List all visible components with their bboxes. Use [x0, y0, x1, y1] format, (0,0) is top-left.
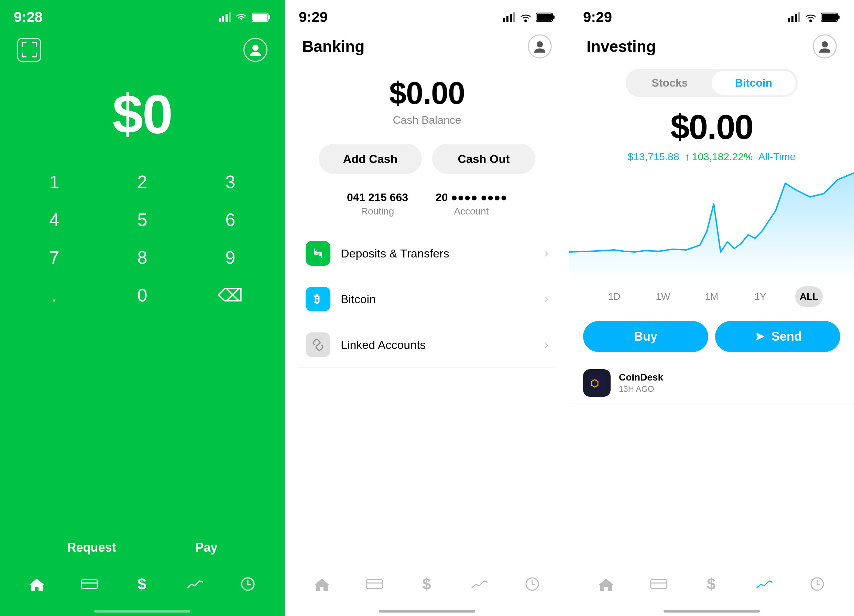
scan-button[interactable] — [17, 38, 41, 62]
routing-item: 041 215 663 Routing — [347, 191, 408, 217]
chart-line-icon-2 — [471, 578, 488, 590]
home-icon-2 — [314, 577, 330, 591]
clock-icon-2 — [525, 577, 539, 591]
buy-button[interactable]: Buy — [583, 321, 708, 352]
pay-button[interactable]: Pay — [195, 540, 217, 555]
svg-rect-3 — [229, 12, 231, 22]
bottom-nav-1: $ — [0, 565, 285, 610]
stat-amount: $13,715.88 — [628, 151, 679, 163]
stocks-tab[interactable]: Stocks — [628, 71, 712, 95]
key-backspace[interactable]: ⌫ — [196, 280, 265, 311]
svg-rect-18 — [537, 14, 552, 21]
panel-banking: 9:29 Banking — [285, 0, 569, 616]
bottom-nav-3: $ — [569, 565, 854, 610]
time-1y[interactable]: 1Y — [747, 286, 774, 307]
avatar-icon-2 — [533, 40, 547, 53]
bitcoin-chart — [569, 169, 854, 279]
scan-corner-tr — [32, 42, 37, 47]
home-icon — [29, 577, 45, 591]
linked-accounts-item[interactable]: Linked Accounts › — [299, 322, 555, 368]
battery-icon-3 — [821, 12, 840, 22]
svg-rect-19 — [553, 15, 555, 19]
nav-home-1[interactable] — [23, 574, 50, 594]
svg-point-7 — [252, 45, 259, 51]
signal-icon — [219, 12, 231, 22]
time-1m[interactable]: 1M — [698, 286, 726, 307]
nav-card-3[interactable] — [645, 574, 673, 594]
invest-balance-num: $0.00 — [569, 107, 854, 147]
status-bar-1: 9:28 — [0, 0, 285, 27]
investing-title: Investing — [587, 37, 656, 56]
arrow-up-icon: ↑ — [685, 151, 690, 163]
nav-activity-2[interactable] — [518, 574, 546, 594]
key-9[interactable]: 9 — [196, 242, 265, 273]
svg-rect-30 — [798, 12, 801, 22]
svg-rect-2 — [226, 14, 227, 22]
nav-dollar-1[interactable]: $ — [128, 574, 156, 594]
nav-home-3[interactable] — [592, 574, 620, 594]
transfer-arrows-icon — [312, 247, 324, 259]
nav-dollar-2[interactable]: $ — [413, 574, 441, 594]
bitcoin-label: Bitcoin — [341, 293, 544, 306]
send-button[interactable]: Send — [715, 321, 840, 352]
key-1[interactable]: 1 — [20, 166, 89, 197]
banking-action-buttons: Add Cash Cash Out — [285, 144, 569, 174]
svg-point-31 — [810, 20, 811, 22]
key-5[interactable]: 5 — [108, 204, 177, 235]
bitcoin-tab[interactable]: Bitcoin — [712, 71, 796, 95]
numpad-row-3: 7 8 9 — [10, 242, 274, 273]
account-number: 20 ●●●● ●●●● — [436, 191, 507, 204]
nav-activity-1[interactable] — [234, 574, 262, 594]
key-6[interactable]: 6 — [196, 204, 265, 235]
nav-investing-3[interactable] — [751, 574, 778, 594]
nav-home-2[interactable] — [308, 574, 336, 594]
percent-value: 103,182.22% — [692, 151, 753, 163]
nav-card-1[interactable] — [76, 574, 103, 594]
news-time-1: 13H AGO — [619, 384, 840, 394]
main-balance: $0 — [113, 82, 172, 146]
key-4[interactable]: 4 — [20, 204, 89, 235]
request-button[interactable]: Request — [67, 540, 116, 555]
profile-button-2[interactable] — [528, 34, 552, 58]
action-buttons: Request Pay — [0, 534, 285, 565]
add-cash-button[interactable]: Add Cash — [319, 144, 422, 174]
time-display-2: 9:29 — [299, 9, 328, 26]
nav-dollar-3[interactable]: $ — [698, 574, 726, 594]
clock-icon-3 — [810, 577, 824, 591]
profile-button[interactable] — [243, 38, 267, 62]
time-1d[interactable]: 1D — [601, 286, 628, 307]
key-0[interactable]: 0 — [108, 280, 177, 311]
nav-investing-1[interactable] — [181, 574, 209, 594]
key-dot[interactable]: . — [20, 280, 89, 311]
cash-out-button[interactable]: Cash Out — [432, 144, 535, 174]
svg-text:$: $ — [707, 576, 716, 592]
nav-card-2[interactable] — [361, 574, 388, 594]
bitcoin-menu-item[interactable]: ₿ Bitcoin › — [299, 276, 555, 322]
time-all[interactable]: ALL — [795, 286, 823, 307]
chart-line-icon — [187, 578, 204, 590]
svg-rect-6 — [268, 15, 270, 19]
coindesk-logo: ⬡ — [588, 374, 605, 392]
news-content-1: CoinDesk 13H AGO — [619, 372, 840, 394]
scan-corner-br — [32, 53, 37, 57]
key-8[interactable]: 8 — [108, 242, 177, 273]
profile-button-3[interactable] — [813, 34, 837, 58]
wifi-icon — [235, 12, 247, 22]
nav-activity-3[interactable] — [804, 574, 831, 594]
status-icons-2 — [503, 12, 555, 22]
svg-rect-39 — [651, 579, 666, 589]
news-item-1[interactable]: ⬡ CoinDesk 13H AGO — [569, 362, 854, 404]
time-1w[interactable]: 1W — [649, 286, 677, 307]
invest-stats: $13,715.88 ↑ 103,182.22% All-Time — [569, 151, 854, 163]
key-7[interactable]: 7 — [20, 242, 89, 273]
svg-rect-8 — [81, 579, 97, 589]
deposits-transfers-item[interactable]: Deposits & Transfers › — [299, 231, 555, 276]
signal-icon-2 — [503, 12, 515, 22]
svg-rect-0 — [219, 18, 221, 22]
news-source-1: CoinDesk — [619, 372, 840, 383]
key-3[interactable]: 3 — [196, 166, 265, 197]
stat-percent: ↑ 103,182.22% — [685, 151, 753, 163]
nav-investing-2[interactable] — [466, 574, 493, 594]
home-indicator-2 — [379, 610, 475, 613]
key-2[interactable]: 2 — [108, 166, 177, 197]
